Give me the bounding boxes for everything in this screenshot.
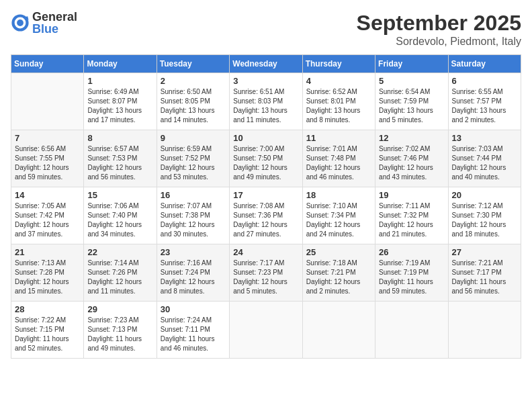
logo: General Blue: [11, 11, 77, 35]
day-number: 9: [161, 133, 226, 143]
calendar-cell: [375, 302, 448, 359]
day-number: 22: [87, 247, 152, 257]
day-info: Sunrise: 7:03 AM Sunset: 7:44 PM Dayligh…: [452, 144, 517, 182]
day-info: Sunrise: 7:10 AM Sunset: 7:34 PM Dayligh…: [306, 201, 371, 239]
day-number: 19: [379, 190, 444, 200]
day-number: 26: [379, 247, 444, 257]
day-number: 15: [87, 190, 152, 200]
day-info: Sunrise: 7:06 AM Sunset: 7:40 PM Dayligh…: [87, 201, 152, 239]
day-info: Sunrise: 6:55 AM Sunset: 7:57 PM Dayligh…: [452, 87, 517, 125]
day-number: 7: [15, 133, 80, 143]
day-info: Sunrise: 7:12 AM Sunset: 7:30 PM Dayligh…: [452, 201, 517, 239]
day-info: Sunrise: 7:17 AM Sunset: 7:23 PM Dayligh…: [233, 259, 298, 296]
calendar-cell: 16Sunrise: 7:07 AM Sunset: 7:38 PM Dayli…: [157, 187, 229, 244]
calendar-cell: 14Sunrise: 7:05 AM Sunset: 7:42 PM Dayli…: [11, 187, 84, 244]
day-number: 27: [452, 247, 517, 257]
day-info: Sunrise: 7:24 AM Sunset: 7:11 PM Dayligh…: [161, 316, 226, 353]
calendar-cell: [448, 302, 521, 359]
day-number: 30: [161, 304, 226, 314]
day-number: 21: [15, 247, 80, 257]
day-info: Sunrise: 7:02 AM Sunset: 7:46 PM Dayligh…: [379, 144, 444, 182]
weekday-header: Thursday: [302, 55, 375, 73]
day-info: Sunrise: 6:52 AM Sunset: 8:01 PM Dayligh…: [306, 87, 371, 125]
day-info: Sunrise: 7:07 AM Sunset: 7:38 PM Dayligh…: [161, 201, 226, 239]
calendar-cell: 17Sunrise: 7:08 AM Sunset: 7:36 PM Dayli…: [230, 187, 302, 244]
calendar-cell: 1Sunrise: 6:49 AM Sunset: 8:07 PM Daylig…: [84, 73, 157, 130]
calendar-cell: 20Sunrise: 7:12 AM Sunset: 7:30 PM Dayli…: [448, 187, 521, 244]
calendar-cell: 5Sunrise: 6:54 AM Sunset: 7:59 PM Daylig…: [375, 73, 448, 130]
calendar-cell: 13Sunrise: 7:03 AM Sunset: 7:44 PM Dayli…: [448, 130, 521, 187]
calendar-cell: 4Sunrise: 6:52 AM Sunset: 8:01 PM Daylig…: [302, 73, 375, 130]
calendar-cell: 26Sunrise: 7:19 AM Sunset: 7:19 PM Dayli…: [375, 244, 448, 302]
calendar-cell: 15Sunrise: 7:06 AM Sunset: 7:40 PM Dayli…: [84, 187, 157, 244]
month-title: September 2025: [357, 11, 521, 36]
logo-blue: Blue: [32, 22, 58, 36]
day-number: 12: [379, 133, 444, 143]
day-number: 29: [87, 304, 152, 314]
calendar-table: SundayMondayTuesdayWednesdayThursdayFrid…: [11, 54, 521, 359]
day-info: Sunrise: 7:08 AM Sunset: 7:36 PM Dayligh…: [233, 201, 298, 239]
day-info: Sunrise: 7:16 AM Sunset: 7:24 PM Dayligh…: [161, 259, 226, 296]
calendar-cell: 29Sunrise: 7:23 AM Sunset: 7:13 PM Dayli…: [84, 302, 157, 359]
day-info: Sunrise: 7:13 AM Sunset: 7:28 PM Dayligh…: [15, 259, 80, 296]
day-info: Sunrise: 7:05 AM Sunset: 7:42 PM Dayligh…: [15, 201, 80, 239]
weekday-header: Wednesday: [230, 55, 302, 73]
calendar-cell: 7Sunrise: 6:56 AM Sunset: 7:55 PM Daylig…: [11, 130, 84, 187]
location-title: Sordevolo, Piedmont, Italy: [357, 36, 521, 48]
day-number: 23: [161, 247, 226, 257]
calendar-cell: 19Sunrise: 7:11 AM Sunset: 7:32 PM Dayli…: [375, 187, 448, 244]
day-info: Sunrise: 7:23 AM Sunset: 7:13 PM Dayligh…: [87, 316, 152, 353]
calendar-cell: 8Sunrise: 6:57 AM Sunset: 7:53 PM Daylig…: [84, 130, 157, 187]
calendar-cell: 22Sunrise: 7:14 AM Sunset: 7:26 PM Dayli…: [84, 244, 157, 302]
day-number: 10: [233, 133, 298, 143]
calendar-cell: 21Sunrise: 7:13 AM Sunset: 7:28 PM Dayli…: [11, 244, 84, 302]
logo-general: General: [32, 10, 77, 24]
calendar-cell: 10Sunrise: 7:00 AM Sunset: 7:50 PM Dayli…: [230, 130, 302, 187]
day-info: Sunrise: 6:59 AM Sunset: 7:52 PM Dayligh…: [161, 144, 226, 182]
page-header: General Blue September 2025 Sordevolo, P…: [11, 11, 521, 48]
day-number: 17: [233, 190, 298, 200]
day-info: Sunrise: 6:49 AM Sunset: 8:07 PM Dayligh…: [87, 87, 152, 125]
day-number: 3: [233, 76, 298, 86]
calendar-cell: 18Sunrise: 7:10 AM Sunset: 7:34 PM Dayli…: [302, 187, 375, 244]
weekday-header: Monday: [84, 55, 157, 73]
day-info: Sunrise: 7:14 AM Sunset: 7:26 PM Dayligh…: [87, 259, 152, 296]
calendar-cell: 3Sunrise: 6:51 AM Sunset: 8:03 PM Daylig…: [230, 73, 302, 130]
day-number: 18: [306, 190, 371, 200]
day-info: Sunrise: 7:01 AM Sunset: 7:48 PM Dayligh…: [306, 144, 371, 182]
calendar-cell: [230, 302, 302, 359]
title-block: September 2025 Sordevolo, Piedmont, Ital…: [357, 11, 521, 48]
day-info: Sunrise: 7:00 AM Sunset: 7:50 PM Dayligh…: [233, 144, 298, 182]
weekday-header: Sunday: [11, 55, 84, 73]
weekday-header: Friday: [375, 55, 448, 73]
day-number: 25: [306, 247, 371, 257]
calendar-cell: 27Sunrise: 7:21 AM Sunset: 7:17 PM Dayli…: [448, 244, 521, 302]
weekday-header: Tuesday: [157, 55, 229, 73]
day-info: Sunrise: 6:56 AM Sunset: 7:55 PM Dayligh…: [15, 144, 80, 182]
day-number: 16: [161, 190, 226, 200]
day-info: Sunrise: 6:54 AM Sunset: 7:59 PM Dayligh…: [379, 87, 444, 125]
calendar-cell: 9Sunrise: 6:59 AM Sunset: 7:52 PM Daylig…: [157, 130, 229, 187]
day-number: 5: [379, 76, 444, 86]
logo-icon: [11, 13, 30, 32]
day-info: Sunrise: 7:21 AM Sunset: 7:17 PM Dayligh…: [452, 259, 517, 296]
weekday-header: Saturday: [448, 55, 521, 73]
svg-point-2: [17, 19, 24, 26]
day-number: 14: [15, 190, 80, 200]
calendar-cell: 23Sunrise: 7:16 AM Sunset: 7:24 PM Dayli…: [157, 244, 229, 302]
day-info: Sunrise: 6:57 AM Sunset: 7:53 PM Dayligh…: [87, 144, 152, 182]
day-number: 4: [306, 76, 371, 86]
calendar-cell: [11, 73, 84, 130]
calendar-cell: 24Sunrise: 7:17 AM Sunset: 7:23 PM Dayli…: [230, 244, 302, 302]
calendar-cell: 30Sunrise: 7:24 AM Sunset: 7:11 PM Dayli…: [157, 302, 229, 359]
day-number: 20: [452, 190, 517, 200]
day-info: Sunrise: 6:51 AM Sunset: 8:03 PM Dayligh…: [233, 87, 298, 125]
day-info: Sunrise: 7:11 AM Sunset: 7:32 PM Dayligh…: [379, 201, 444, 239]
calendar-cell: 25Sunrise: 7:18 AM Sunset: 7:21 PM Dayli…: [302, 244, 375, 302]
day-number: 28: [15, 304, 80, 314]
calendar-cell: 28Sunrise: 7:22 AM Sunset: 7:15 PM Dayli…: [11, 302, 84, 359]
day-info: Sunrise: 7:19 AM Sunset: 7:19 PM Dayligh…: [379, 259, 444, 296]
day-number: 13: [452, 133, 517, 143]
calendar-cell: 6Sunrise: 6:55 AM Sunset: 7:57 PM Daylig…: [448, 73, 521, 130]
day-info: Sunrise: 7:18 AM Sunset: 7:21 PM Dayligh…: [306, 259, 371, 296]
